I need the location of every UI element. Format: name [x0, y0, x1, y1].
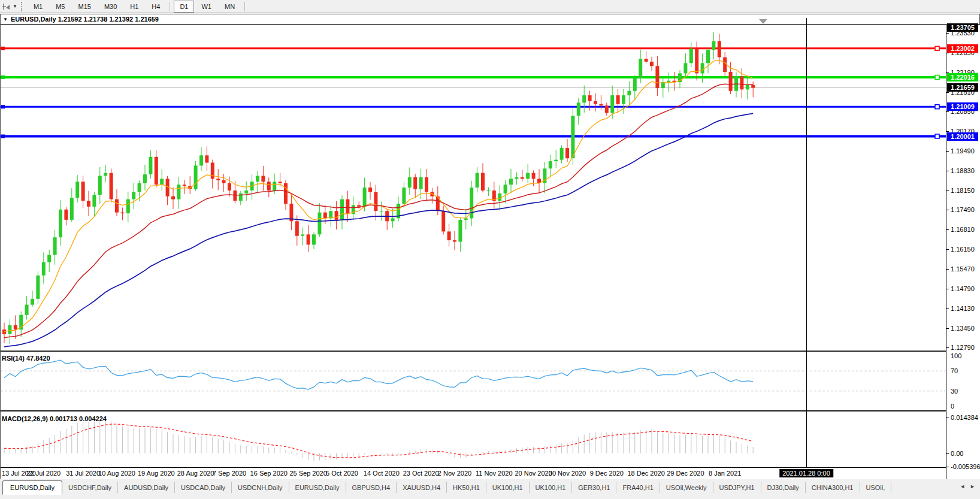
timeframe-button-m1[interactable]: M1 [28, 1, 49, 13]
timeframe-button-m30[interactable]: M30 [98, 1, 123, 13]
collapse-triangle-icon[interactable]: ▼ [3, 17, 8, 22]
panel-splitter-rsi[interactable] [1, 350, 946, 352]
timeframe-button-mn[interactable]: MN [219, 1, 241, 13]
chart-tool-button[interactable]: ▼ [0, 0, 20, 13]
candle-body [380, 211, 383, 211]
macd-tick-mark [946, 453, 949, 454]
timeframe-button-h1[interactable]: H1 [124, 1, 144, 13]
date-axis-label: 11 Nov 2020 [476, 470, 513, 477]
candle-body [53, 237, 57, 255]
candle-body [616, 95, 620, 104]
candle-body [323, 213, 327, 219]
candle-body [706, 50, 710, 63]
rsi-tick-label: 30 [951, 388, 958, 395]
chart-cursor-icon [2, 2, 11, 11]
mt4-terminal: ▼ M1M5M15M30H1H4D1W1MN ▼ EURUSD,Daily 1.… [0, 0, 980, 499]
candle-body [183, 185, 186, 186]
vertical-line-object[interactable] [806, 18, 807, 467]
hline-right-handle[interactable] [935, 75, 939, 80]
candle-body [205, 155, 208, 162]
price-tick-label: 1.16810 [951, 226, 975, 233]
chart-tab-china300-h1[interactable]: CHINA300,H1 [806, 482, 860, 493]
candle-body [650, 62, 654, 66]
candle-body [453, 240, 456, 241]
candle-body [120, 213, 124, 213]
chart-tab-ger30-h1[interactable]: GER30,H1 [572, 482, 616, 493]
chart-tab-eurusd-daily[interactable]: EURUSD,Daily [289, 482, 346, 493]
chart-tab-usoil-[interactable]: USOil, [860, 482, 892, 493]
chart-title-ohlc: EURUSD,Daily 1.21592 1.21738 1.21392 1.2… [11, 16, 159, 23]
date-axis-label: 16 Sep 2020 [250, 470, 288, 477]
candle-body [582, 95, 586, 102]
rsi-panel-canvas[interactable] [1, 352, 946, 410]
chart-tab-uk100-h1[interactable]: UK100,H1 [486, 482, 530, 493]
candle-body [36, 276, 40, 299]
candle-body [374, 192, 377, 211]
chart-tab-dj30-daily[interactable]: DJ30,Daily [761, 482, 806, 493]
price-tick-mark [946, 151, 949, 152]
candle-body [104, 173, 107, 176]
chart-tab-usdjpy-h1[interactable]: USDJPY,H1 [713, 482, 761, 493]
candle-body [307, 234, 310, 244]
chart-tab-usdchf-daily[interactable]: USDCHF,Daily [62, 482, 118, 493]
price-axis[interactable]: 1.235301.228501.221901.215101.208501.201… [946, 25, 980, 479]
price-tick-label: 1.17490 [951, 206, 975, 213]
hline-price-badge: 1.22016 [947, 73, 978, 81]
chart-tab-fra40-h1[interactable]: FRA40,H1 [616, 482, 660, 493]
chart-tab-audusd-daily[interactable]: AUDUSD,Daily [118, 482, 175, 493]
price-tick-mark [946, 309, 949, 309]
hline-left-handle[interactable] [1, 47, 5, 50]
chart-tab-usdcad-daily[interactable]: USDCAD,Daily [175, 482, 232, 493]
date-axis-label: 22 Jul 2020 [26, 470, 61, 477]
price-tick-mark [946, 190, 949, 191]
hline-left-handle[interactable] [1, 75, 5, 79]
chart-tab-xauusd-h4[interactable]: XAUUSD,H4 [397, 482, 447, 493]
candle-body [504, 185, 507, 193]
scroll-left-arrow[interactable]: ◄ [957, 482, 967, 491]
candle-body [25, 305, 29, 315]
hline-left-handle[interactable] [1, 135, 5, 138]
candle-body [177, 185, 180, 199]
hline-right-handle[interactable] [935, 134, 939, 138]
hline-right-handle[interactable] [935, 105, 939, 109]
chart-tab-gbpusd-h4[interactable]: GBPUSD,H4 [346, 482, 397, 493]
candle-body [549, 161, 552, 168]
candle-body [633, 78, 637, 91]
timeframe-button-w1[interactable]: W1 [195, 1, 217, 13]
chart-tab-hk50-h1[interactable]: HK50,H1 [447, 482, 486, 493]
candle-body [31, 299, 34, 305]
date-axis-label: 29 Dec 2020 [667, 470, 704, 477]
scroll-right-arrow[interactable]: ► [967, 482, 978, 491]
timeframe-button-m15[interactable]: M15 [72, 1, 96, 13]
chart-shift-marker[interactable] [759, 19, 767, 24]
price-tick-mark [946, 171, 949, 171]
candle-body [295, 221, 299, 235]
chart-plot-area[interactable]: 13 Jul 202022 Jul 202031 Jul 202010 Aug … [1, 25, 946, 479]
candle-body [391, 218, 395, 221]
candle-body [244, 190, 248, 193]
candle-body [413, 177, 417, 189]
candle-body [155, 157, 158, 185]
panel-splitter-macd[interactable] [1, 410, 946, 412]
timeframe-button-d1[interactable]: D1 [174, 1, 194, 13]
chart-tab-eurusd-daily[interactable]: EURUSD,Daily [2, 480, 62, 495]
chart-tab-usdcnh-daily[interactable]: USDCNH,Daily [232, 482, 289, 493]
candle-body [110, 173, 113, 199]
chart-tab-uk100-h1[interactable]: UK100,H1 [530, 482, 573, 493]
hline-right-handle[interactable] [935, 46, 939, 50]
candle-body [357, 205, 361, 206]
candle-body [132, 192, 135, 199]
candle-body [610, 95, 614, 113]
toolbar-grip-handle[interactable] [21, 2, 23, 11]
moving-average-line [4, 113, 753, 347]
hline-left-handle[interactable] [1, 105, 5, 108]
candle-body [526, 173, 530, 179]
macd-panel-canvas[interactable] [1, 413, 946, 467]
timeframe-button-m5[interactable]: M5 [50, 1, 71, 13]
price-chart-canvas[interactable] [1, 25, 946, 350]
date-axis-label: 20 Nov 2020 [515, 470, 552, 477]
chart-tab-usoil-weekly[interactable]: USOil,Weekly [660, 482, 713, 493]
price-tick-label: 1.15470 [951, 265, 975, 273]
timeframe-button-h4[interactable]: H4 [146, 1, 166, 13]
price-tick-label: 1.14130 [951, 305, 975, 312]
